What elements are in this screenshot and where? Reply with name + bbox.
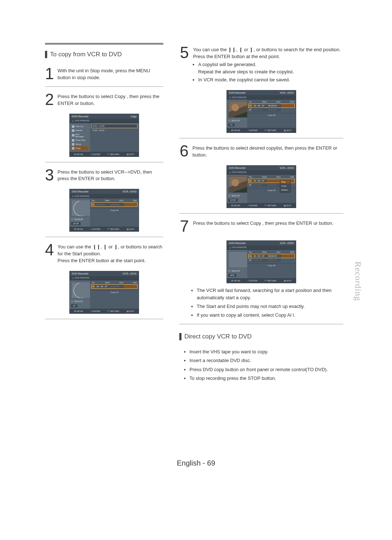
- menu-disc-manager[interactable]: Disc Manager: [71, 133, 89, 138]
- bullet: To stop recording press the STOP button.: [189, 375, 343, 382]
- top-rule: [45, 43, 163, 45]
- ctx-play[interactable]: Play: [280, 180, 290, 184]
- step-6: 6 Press the buttons to select desired co…: [179, 143, 343, 159]
- section-text: Direct copy VCR to DVD: [184, 333, 252, 340]
- osd-header: DVD-Recorder Copy: [70, 114, 139, 119]
- preview-thumbnail: [71, 200, 91, 216]
- table-row[interactable]: 02 -- : -- : -- -- : -- : --: [248, 258, 295, 262]
- section-bar: [179, 333, 181, 340]
- table-row[interactable]: 01 00 : 00 : 37 00:03:45: [248, 254, 295, 258]
- divider: [45, 162, 163, 162]
- divider: [179, 138, 343, 138]
- step-number: 2: [45, 92, 54, 107]
- table-row[interactable]: 01 00 : 00 : 37 00:03:45: [248, 103, 295, 108]
- menu-playlist[interactable]: Playlist: [71, 129, 89, 133]
- menu-copy[interactable]: Copy: [71, 146, 89, 150]
- step-number: 1: [45, 66, 54, 81]
- menu-setup[interactable]: Setup: [71, 142, 89, 146]
- direct-copy-list: Insert the VHS tape you want to copy. In…: [184, 348, 343, 382]
- preview-thumbnail: [228, 101, 249, 118]
- osd-menu: Title List Playlist Disc Manager Timer R…: [70, 123, 90, 152]
- table-row[interactable]: 01 00 : 00 : 37 -- : -- : --: [91, 284, 138, 289]
- section-title-direct: Direct copy VCR to DVD: [179, 333, 343, 340]
- osd-end-set: DVD-RecorderVCR-->DVD DVD-RAM(VR) 00:01:…: [226, 90, 296, 133]
- divider: [45, 319, 163, 319]
- divider: [45, 237, 163, 237]
- bullet: Insert the VHS tape you want to copy.: [189, 348, 343, 356]
- preview-thumbnail: [228, 251, 249, 268]
- bullet: If you want to copy all content, select …: [197, 312, 343, 319]
- section-title-copy: To copy from VCR to DVD: [45, 51, 163, 58]
- osd-disc-label: DVD-RAM(VR): [70, 119, 139, 123]
- step-2: 2 Press the buttons to select Copy , the…: [45, 92, 163, 107]
- osd-body: Title List Playlist Disc Manager Timer R…: [70, 123, 139, 152]
- pause-skip-icons: ❙❙, ❙: [93, 244, 107, 249]
- osd-vcr-dvd-initial: DVD-RecorderVCR-->DVD DVD-RAM(VR) 00:00:…: [69, 189, 139, 232]
- bullet: In VCR mode, the copylist cannot be save…: [198, 76, 343, 84]
- ctx-copy[interactable]: Copy: [280, 184, 290, 188]
- osd-mode: Copy: [131, 115, 136, 118]
- osd-options: DVD-->VCR VCR-->DVD: [90, 123, 139, 152]
- side-tab-label: Recording: [353, 261, 363, 301]
- step-3: 3 Press the buttons to select VCR-->DVD,…: [45, 167, 163, 183]
- table-row[interactable]: 02 -- : -- : -- -- : -- : --: [248, 108, 295, 111]
- step-number: 7: [179, 219, 189, 234]
- divider: [45, 86, 163, 87]
- preview-thumbnail: [228, 176, 249, 193]
- osd-start-set: DVD-RecorderVCR-->DVD DVD-RAM(VR) 00:01:…: [69, 271, 139, 314]
- copylist-table: No.StartEndEdit 01 -- : -- : -- -- : -- …: [90, 198, 139, 227]
- bullet: A copylist will be generated.Repeat the …: [198, 61, 343, 76]
- osd-left-panel: 00:00:00 STOP: [70, 198, 90, 227]
- notes-list: The VCR will fast forward, searching for…: [192, 287, 343, 319]
- step-5: 5 You can use the ❙❙, ❙ or ❙, or buttons…: [179, 45, 343, 84]
- menu-timer-rec[interactable]: Timer Rec.: [71, 138, 89, 142]
- osd-copying: DVD-RecorderVCR-->DVD DVD-RAM(VR) 00:01:…: [226, 240, 296, 283]
- step-number: 3: [45, 167, 54, 183]
- step-body: Press the buttons to select desired copy…: [192, 143, 343, 159]
- step-number: 4: [45, 242, 54, 264]
- page-footer: English - 69: [0, 459, 392, 467]
- pause-skip-icons: ❙❙, ❙: [228, 47, 242, 52]
- osd-context-menu: DVD-RecorderVCR-->DVD DVD-RAM(VR) 00:01:…: [226, 165, 296, 208]
- section-text: To copy from VCR to DVD: [50, 51, 122, 58]
- osd-copy-menu: DVD-Recorder Copy DVD-RAM(VR) Title List…: [69, 114, 139, 157]
- step-7: 7 Press the buttons to select Copy , the…: [179, 219, 343, 234]
- step-number: 6: [179, 143, 189, 159]
- osd-title: DVD-Recorder: [72, 115, 89, 118]
- opt-vcr-to-dvd[interactable]: VCR-->DVD: [91, 128, 138, 133]
- opt-dvd-to-vcr[interactable]: DVD-->VCR: [91, 124, 138, 128]
- preview-thumbnail: [71, 282, 91, 299]
- right-column: 5 You can use the ❙❙, ❙ or ❙, or buttons…: [179, 43, 343, 382]
- bullet: Press DVD copy button on front panel or …: [189, 366, 343, 373]
- page: To copy from VCR to DVD 1 With the unit …: [0, 0, 392, 540]
- step-body: Press the buttons to select Copy , then …: [193, 219, 343, 234]
- skip-icon: ❙,: [249, 47, 255, 52]
- left-column: To copy from VCR to DVD 1 With the unit …: [45, 51, 163, 324]
- step-number: 5: [179, 45, 189, 84]
- menu-title-list[interactable]: Title List: [71, 125, 89, 129]
- step-1: 1 With the unit in Stop mode, press the …: [45, 66, 163, 81]
- copy-all-button[interactable]: Copy All: [90, 208, 139, 212]
- step-body: You can use the ❙❙, ❙ or ❙, or buttons t…: [57, 242, 163, 264]
- step-body: Press the buttons to select Copy , then …: [57, 92, 163, 107]
- bullet: The VCR will fast forward, searching for…: [197, 287, 343, 301]
- osd-footer: MOVE ENTER RETURN EXIT: [70, 152, 139, 157]
- section-bar: [45, 51, 47, 58]
- step-body: Press the buttons to select VCR-->DVD, t…: [57, 167, 163, 183]
- bullet: The Start and End points may not match u…: [197, 303, 343, 310]
- transport-state: STOP: [71, 222, 81, 225]
- ctx-delete[interactable]: Delete: [280, 188, 290, 192]
- elapsed-time: 00:00:00: [71, 218, 89, 221]
- table-row[interactable]: 01 -- : -- : -- -- : -- : --: [91, 202, 138, 207]
- context-menu: Play Copy Delete: [280, 180, 291, 192]
- divider: [179, 324, 343, 324]
- step-body: With the unit in Stop mode, press the ME…: [57, 66, 163, 81]
- skip-icon: ❙,: [114, 244, 119, 249]
- step-body: You can use the ❙❙, ❙ or ❙, or buttons t…: [193, 45, 343, 84]
- step-4: 4 You can use the ❙❙, ❙ or ❙, or buttons…: [45, 242, 163, 264]
- bullet: Insert a recordable DVD disc.: [189, 357, 343, 364]
- divider: [179, 213, 343, 214]
